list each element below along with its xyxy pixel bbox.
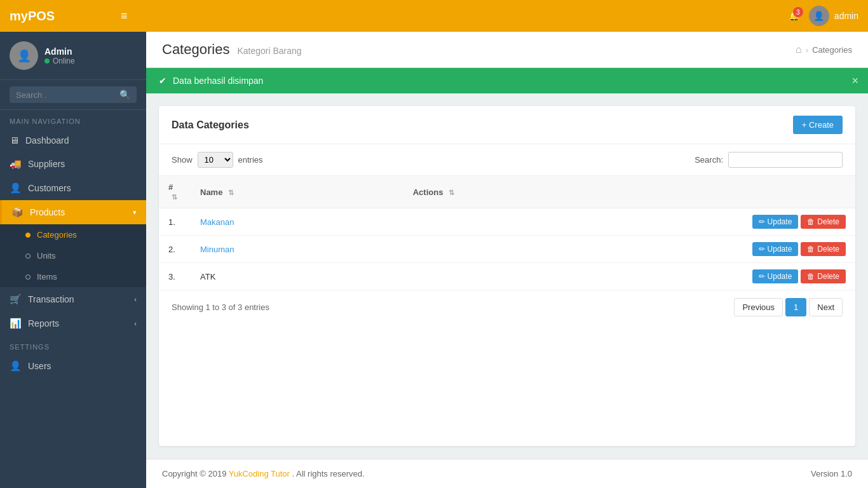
app-brand: myPOS xyxy=(10,9,121,24)
create-button[interactable]: + Create xyxy=(793,116,843,134)
users-icon: 👤 xyxy=(10,360,22,372)
username-label: admin xyxy=(834,11,858,21)
user-menu[interactable]: 👤 admin xyxy=(809,6,858,26)
chevron-left-icon: ‹ xyxy=(134,320,137,327)
page-header: Categories Kategori Barang ⌂ › Categorie… xyxy=(146,32,868,68)
col-actions: Actions ⇅ xyxy=(403,176,855,208)
sidebar-item-customers[interactable]: 👤 Customers xyxy=(0,176,146,200)
row-actions: ✏Update🗑Delete xyxy=(403,208,855,236)
row-name-link[interactable]: Minuman xyxy=(200,245,234,254)
pencil-icon: ✏ xyxy=(759,217,765,226)
row-name[interactable]: Minuman xyxy=(191,236,403,263)
sort-icon[interactable]: ⇅ xyxy=(228,189,234,196)
sidebar-item-reports[interactable]: 📊 Reports ‹ xyxy=(0,311,146,336)
alert-success: ✔ Data berhasil disimpan × xyxy=(146,68,868,93)
customers-icon: 👤 xyxy=(10,182,22,194)
row-num: 2. xyxy=(159,236,191,263)
main-content: Categories Kategori Barang ⌂ › Categorie… xyxy=(146,32,868,488)
data-panel-header: Data Categories + Create xyxy=(159,106,855,144)
prev-button[interactable]: Previous xyxy=(734,298,783,316)
footer-rights: . All rights reserved. xyxy=(292,469,365,478)
sidebar-item-products[interactable]: 📦 Products ▾ xyxy=(0,200,146,224)
delete-button[interactable]: 🗑Delete xyxy=(801,242,846,256)
breadcrumb-home-icon[interactable]: ⌂ xyxy=(796,44,802,55)
sidebar-user: 👤 Admin Online xyxy=(0,32,146,80)
next-button[interactable]: Next xyxy=(809,298,843,316)
sidebar-item-units[interactable]: Units xyxy=(0,245,146,266)
sidebar-item-transaction[interactable]: 🛒 Transaction ‹ xyxy=(0,287,146,311)
avatar: 👤 xyxy=(809,6,829,26)
table-body: 1.Makanan✏Update🗑Delete2.Minuman✏Update🗑… xyxy=(159,208,855,290)
table-row: 2.Minuman✏Update🗑Delete xyxy=(159,236,855,263)
row-num: 1. xyxy=(159,208,191,236)
footer-copyright: Copyright © 2019 xyxy=(162,469,229,478)
sort-icon[interactable]: ⇅ xyxy=(172,193,177,201)
sidebar-item-dashboard[interactable]: 🖥 Dashboard xyxy=(0,128,146,152)
table-row: 1.Makanan✏Update🗑Delete xyxy=(159,208,855,236)
data-panel-title: Data Categories xyxy=(172,119,249,131)
delete-button[interactable]: 🗑Delete xyxy=(801,269,846,283)
update-button[interactable]: ✏Update xyxy=(752,269,799,283)
row-name-link[interactable]: Makanan xyxy=(200,217,234,227)
table-search-input[interactable] xyxy=(728,152,843,168)
sidebar-item-label: Customers xyxy=(28,183,71,193)
search-label: Search: xyxy=(695,155,723,165)
chevron-down-icon: ▾ xyxy=(133,208,137,217)
row-name: ATK xyxy=(191,263,403,290)
page-title: Categories xyxy=(162,41,229,58)
sidebar-avatar: 👤 xyxy=(10,41,38,70)
entries-select[interactable]: 10 25 50 100 xyxy=(198,152,233,168)
table-header-row: # ⇅ Name ⇅ Actions ⇅ xyxy=(159,176,855,208)
chevron-left-icon: ‹ xyxy=(134,295,137,303)
sidebar: 👤 Admin Online 🔍 MAIN NAVIGATION 🖥 Dashb… xyxy=(0,32,146,488)
page-1-button[interactable]: 1 xyxy=(785,298,806,316)
sidebar-item-label: Users xyxy=(28,361,51,371)
menu-toggle[interactable]: ≡ xyxy=(121,10,128,23)
footer-version: Version 1.0 xyxy=(811,469,852,478)
sidebar-search-container: 🔍 xyxy=(0,80,146,110)
row-num: 3. xyxy=(159,263,191,290)
search-icon[interactable]: 🔍 xyxy=(119,90,130,100)
transaction-icon: 🛒 xyxy=(10,294,22,305)
notification-badge: 3 xyxy=(793,7,803,17)
alert-close-button[interactable]: × xyxy=(851,75,858,86)
settings-label: SETTINGS xyxy=(0,336,146,354)
sort-icon[interactable]: ⇅ xyxy=(449,189,454,196)
sidebar-item-suppliers[interactable]: 🚚 Suppliers xyxy=(0,152,146,176)
sidebar-status: Online xyxy=(53,57,75,65)
delete-button[interactable]: 🗑Delete xyxy=(801,215,846,229)
products-icon: 📦 xyxy=(11,207,24,218)
sidebar-item-users[interactable]: 👤 Users xyxy=(0,354,146,378)
submenu-dot xyxy=(25,254,31,259)
alert-message: Data berhasil disimpan xyxy=(173,76,263,86)
col-name: Name ⇅ xyxy=(191,176,403,208)
notification-icon[interactable]: 🔔 3 xyxy=(789,11,799,21)
sidebar-item-items[interactable]: Items xyxy=(0,266,146,287)
row-actions: ✏Update🗑Delete xyxy=(403,236,855,263)
table-controls: Show 10 25 50 100 entries Search: xyxy=(159,144,855,175)
sidebar-item-label: Transaction xyxy=(28,294,74,304)
navbar: myPOS ≡ 🔔 3 👤 admin xyxy=(0,0,868,32)
trash-icon: 🗑 xyxy=(807,217,815,226)
pencil-icon: ✏ xyxy=(759,245,765,254)
footer: Copyright © 2019 YukCoding Tutor . All r… xyxy=(146,459,868,488)
sidebar-item-categories[interactable]: Categories xyxy=(0,224,146,245)
row-actions: ✏Update🗑Delete xyxy=(403,263,855,290)
update-button[interactable]: ✏Update xyxy=(752,215,799,229)
submenu-dot xyxy=(25,274,31,280)
update-button[interactable]: ✏Update xyxy=(752,242,799,256)
items-label: Items xyxy=(37,272,57,281)
pencil-icon: ✏ xyxy=(759,272,765,281)
search-input[interactable] xyxy=(16,90,114,100)
breadcrumb-current: Categories xyxy=(812,45,852,55)
breadcrumb: ⌂ › Categories xyxy=(796,44,852,55)
breadcrumb-separator: › xyxy=(806,45,808,55)
page-subtitle: Kategori Barang xyxy=(237,46,301,56)
sidebar-item-label: Suppliers xyxy=(28,159,65,169)
main-nav-label: MAIN NAVIGATION xyxy=(0,110,146,128)
footer-brand-link[interactable]: YukCoding Tutor xyxy=(229,469,290,478)
trash-icon: 🗑 xyxy=(807,272,815,281)
sidebar-username: Admin xyxy=(44,46,75,57)
check-icon: ✔ xyxy=(159,76,166,86)
row-name[interactable]: Makanan xyxy=(191,208,403,236)
